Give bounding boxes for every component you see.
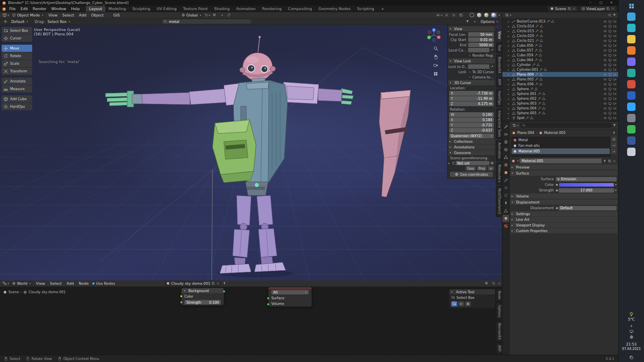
hide-eye-icon[interactable]: [603, 116, 607, 120]
collapsed-panel-header[interactable]: ▸Viewport Display: [510, 222, 617, 228]
tool-variant-button[interactable]: [458, 301, 464, 306]
disable-render-icon[interactable]: [613, 92, 617, 96]
hide-eye-icon[interactable]: [603, 29, 607, 33]
disable-viewport-icon[interactable]: [608, 63, 612, 67]
taskbar-app-icon[interactable]: [627, 80, 636, 88]
render-region-checkbox[interactable]: [468, 54, 471, 57]
editor-type-button[interactable]: ▾: [504, 12, 512, 18]
volume-panel-header[interactable]: ▸Volume: [510, 193, 617, 199]
toggle-xray-button[interactable]: [458, 12, 464, 18]
properties-tab[interactable]: [502, 207, 509, 214]
workspace-tab[interactable]: UV Editing: [153, 6, 180, 12]
displacement-panel-header[interactable]: ▾Displacement: [510, 200, 617, 205]
shader-menu-item[interactable]: Add: [64, 280, 76, 286]
display-icon[interactable]: [630, 329, 634, 333]
properties-tab[interactable]: [502, 215, 509, 222]
outliner-row[interactable]: ▸ Cylinder: [502, 62, 618, 67]
hide-eye-icon[interactable]: [603, 111, 607, 115]
collapsed-panel-header[interactable]: ▸Collections: [448, 139, 495, 144]
disable-render-icon[interactable]: [613, 102, 617, 105]
outliner-row[interactable]: ▸ Cylinder.001: [502, 67, 618, 72]
copy-material-icon[interactable]: [608, 159, 611, 163]
properties-tab[interactable]: [502, 154, 509, 161]
n-panel-tab[interactable]: Interactive Tools: [496, 108, 502, 139]
outliner-row[interactable]: ▸ Cube.057: [502, 48, 618, 53]
disable-render-icon[interactable]: [613, 63, 617, 67]
surface-shader-dropdown[interactable]: Emission: [556, 177, 617, 181]
disable-render-icon[interactable]: [613, 68, 617, 72]
local-camera-field[interactable]: [468, 48, 489, 52]
disable-viewport-icon[interactable]: [608, 58, 612, 62]
add-workspace-button[interactable]: +: [378, 6, 388, 12]
outliner-row[interactable]: ▸ Cube.059: [502, 53, 618, 58]
pan-hand-icon[interactable]: [433, 54, 438, 60]
lock-3d-cursor-checkbox[interactable]: [468, 70, 471, 74]
outliner-row[interactable]: ▸ Circle.020: [502, 33, 618, 38]
hide-eye-icon[interactable]: [603, 82, 607, 86]
outliner-filter-icon[interactable]: [613, 13, 616, 17]
properties-tab[interactable]: [502, 131, 509, 138]
shading-material-button[interactable]: [483, 12, 490, 18]
world-output-node[interactable]: All▾ Surface Volume: [268, 287, 312, 307]
selectability-dropdown[interactable]: ▾: [436, 12, 442, 18]
search-input[interactable]: [161, 19, 252, 24]
geo-coordinates-button[interactable]: Geo-coordinates: [450, 172, 493, 177]
properties-filter-icon[interactable]: [613, 123, 616, 127]
n-panel-tab[interactable]: Animation: [496, 140, 502, 161]
shader-menu-item[interactable]: Select: [47, 280, 64, 286]
disable-render-icon[interactable]: [613, 107, 617, 110]
show-overlays-button[interactable]: [451, 12, 457, 18]
cursor-location-field[interactable]: Y-11.99 m: [449, 96, 494, 101]
properties-tab[interactable]: [502, 146, 509, 153]
taskbar-app-icon[interactable]: [627, 114, 636, 122]
output-target-dropdown[interactable]: All▾: [271, 290, 309, 294]
editor-type-button[interactable]: ▾: [2, 12, 9, 18]
browse-material-icon[interactable]: [512, 159, 515, 163]
tray-expand-chevron[interactable]: ∧: [630, 324, 633, 328]
tool-button[interactable]: Transform: [2, 68, 32, 75]
node-overlays-button[interactable]: [491, 281, 497, 286]
clip-start-field[interactable]: 0.01 m: [468, 37, 494, 42]
tool-variant-button[interactable]: [451, 301, 457, 306]
disable-render-icon[interactable]: [613, 111, 617, 115]
displacement-dropdown[interactable]: Default: [559, 206, 617, 210]
properties-search-field[interactable]: [520, 123, 612, 128]
outliner-row[interactable]: ▸ Sphere: [502, 86, 618, 91]
disable-render-icon[interactable]: [613, 82, 617, 86]
disable-render-icon[interactable]: [613, 34, 617, 38]
n-panel-tab[interactable]: Molecular+: [496, 162, 502, 185]
hide-eye-icon[interactable]: [603, 78, 607, 81]
preview-panel-header[interactable]: ▸Preview: [510, 165, 617, 170]
color-input-socket[interactable]: [180, 295, 183, 298]
outliner-row[interactable]: ▸ Circle.021: [502, 38, 618, 43]
mode-selector[interactable]: Object Mode▾: [10, 12, 45, 18]
editor-type-button[interactable]: ▾: [2, 281, 9, 286]
taskbar-app-icon[interactable]: [627, 125, 636, 134]
cursor-location-field[interactable]: X-7.736 m: [449, 91, 494, 96]
cursor-rotation-field[interactable]: Y-0.731: [449, 123, 494, 128]
outliner-row[interactable]: ▸ Sphere.004: [502, 106, 618, 111]
collapsed-panel-header[interactable]: ▸Line Art: [510, 217, 617, 222]
disable-viewport-icon[interactable]: [608, 68, 612, 72]
taskbar-app-icon[interactable]: [627, 136, 636, 145]
view-panel-header[interactable]: ▾View: [448, 26, 495, 31]
menu-item[interactable]: Window: [49, 6, 68, 12]
outliner-row[interactable]: ▸ Plane.005: [502, 77, 618, 82]
viewport-3d[interactable]: User Perspective (Local) (56) BOT | Plan…: [0, 25, 502, 280]
cursor-rotation-field[interactable]: X0.184: [449, 117, 494, 122]
snap-node-button[interactable]: [483, 281, 490, 286]
tool-button[interactable]: Rotate: [2, 52, 32, 60]
shader-type-dropdown[interactable]: World▾: [10, 281, 33, 286]
disable-viewport-icon[interactable]: [608, 92, 612, 96]
breadcrumb-object[interactable]: Plane.004: [517, 131, 534, 135]
clip-end-field[interactable]: 5000 m: [468, 43, 494, 47]
disable-viewport-icon[interactable]: [608, 39, 612, 43]
tool-button[interactable]: Scale: [2, 60, 32, 67]
remove-slot-button[interactable]: [611, 143, 617, 148]
disable-viewport-icon[interactable]: [608, 87, 612, 91]
disable-viewport-icon[interactable]: [608, 34, 612, 38]
viewport-menu-item[interactable]: Select: [60, 12, 76, 18]
workspace-tab[interactable]: Geometry Nodes: [315, 6, 354, 12]
new-scene-icon[interactable]: [568, 7, 571, 10]
disable-render-icon[interactable]: [613, 44, 617, 47]
